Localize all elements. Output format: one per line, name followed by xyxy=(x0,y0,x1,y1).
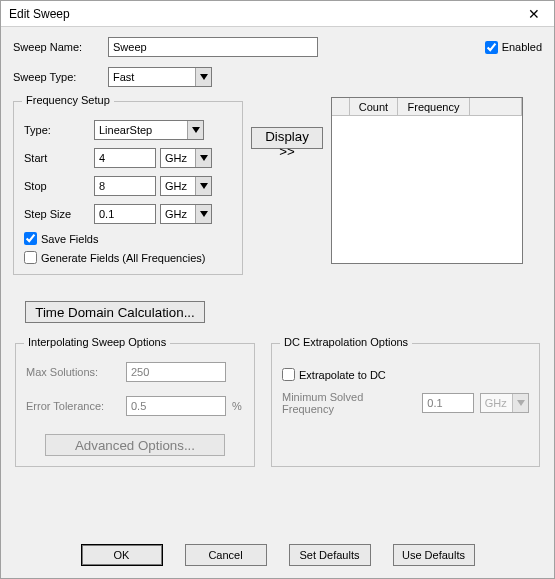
enabled-checkbox-wrap[interactable]: Enabled xyxy=(485,41,542,54)
use-defaults-button[interactable]: Use Defaults xyxy=(393,544,475,566)
freq-type-label: Type: xyxy=(24,124,94,136)
freq-type-value: LinearStep xyxy=(95,124,187,136)
min-solved-freq-field: 0.1 xyxy=(422,393,473,413)
max-solutions-label: Max Solutions: xyxy=(26,366,126,378)
ok-button[interactable]: OK xyxy=(81,544,163,566)
sweep-type-label: Sweep Type: xyxy=(13,71,108,83)
sweep-name-label: Sweep Name: xyxy=(13,41,108,53)
chevron-down-icon xyxy=(195,68,211,86)
max-solutions-field: 250 xyxy=(126,362,226,382)
error-tolerance-field: 0.5 xyxy=(126,396,226,416)
freq-start-label: Start xyxy=(24,152,94,164)
frequency-setup-group: Frequency Setup Type: LinearStep Start G… xyxy=(13,101,243,275)
edit-sweep-dialog: Edit Sweep ✕ Sweep Name: Enabled Sweep T… xyxy=(0,0,555,579)
table-header-rest xyxy=(470,98,522,115)
save-fields-checkbox[interactable] xyxy=(24,232,37,245)
error-tolerance-unit: % xyxy=(232,400,242,412)
sweep-type-dropdown[interactable]: Fast xyxy=(108,67,212,87)
table-header-blank xyxy=(332,98,350,115)
titlebar: Edit Sweep ✕ xyxy=(1,1,554,27)
chevron-down-icon xyxy=(195,149,211,167)
error-tolerance-label: Error Tolerance: xyxy=(26,400,126,412)
freq-start-unit-dropdown[interactable]: GHz xyxy=(160,148,212,168)
frequency-setup-title: Frequency Setup xyxy=(22,94,114,106)
freq-stop-label: Stop xyxy=(24,180,94,192)
freq-step-input[interactable] xyxy=(94,204,156,224)
extrapolate-dc-label: Extrapolate to DC xyxy=(299,369,386,381)
save-fields-label: Save Fields xyxy=(41,233,98,245)
interp-sweep-title: Interpolating Sweep Options xyxy=(24,336,170,348)
save-fields-checkbox-wrap[interactable]: Save Fields xyxy=(24,232,232,245)
dialog-footer: OK Cancel Set Defaults Use Defaults xyxy=(1,544,554,566)
enabled-label: Enabled xyxy=(502,41,542,53)
table-header-frequency: Frequency xyxy=(398,98,470,115)
generate-fields-checkbox[interactable] xyxy=(24,251,37,264)
frequency-table-header: Count Frequency xyxy=(332,98,522,116)
frequency-table: Count Frequency xyxy=(331,97,523,264)
set-defaults-button[interactable]: Set Defaults xyxy=(289,544,371,566)
chevron-down-icon xyxy=(195,205,211,223)
min-solved-freq-unit-dropdown: GHz xyxy=(480,393,529,413)
freq-stop-input[interactable] xyxy=(94,176,156,196)
extrapolate-dc-checkbox-wrap[interactable]: Extrapolate to DC xyxy=(282,368,529,381)
sweep-type-value: Fast xyxy=(109,71,195,83)
generate-fields-label: Generate Fields (All Frequencies) xyxy=(41,252,205,264)
chevron-down-icon xyxy=(187,121,203,139)
freq-stop-unit: GHz xyxy=(161,180,195,192)
chevron-down-icon xyxy=(195,177,211,195)
advanced-options-button: Advanced Options... xyxy=(45,434,225,456)
freq-start-unit: GHz xyxy=(161,152,195,164)
freq-start-input[interactable] xyxy=(94,148,156,168)
chevron-down-icon xyxy=(512,394,528,412)
min-solved-freq-label: Minimum Solved Frequency xyxy=(282,391,416,415)
freq-type-dropdown[interactable]: LinearStep xyxy=(94,120,204,140)
min-solved-freq-unit: GHz xyxy=(481,397,512,409)
freq-stop-unit-dropdown[interactable]: GHz xyxy=(160,176,212,196)
window-title: Edit Sweep xyxy=(9,7,70,21)
display-button[interactable]: Display >> xyxy=(251,127,323,149)
table-header-count: Count xyxy=(350,98,398,115)
time-domain-calc-button[interactable]: Time Domain Calculation... xyxy=(25,301,205,323)
freq-step-unit-dropdown[interactable]: GHz xyxy=(160,204,212,224)
close-icon[interactable]: ✕ xyxy=(522,6,546,22)
cancel-button[interactable]: Cancel xyxy=(185,544,267,566)
freq-step-unit: GHz xyxy=(161,208,195,220)
interp-sweep-group: Interpolating Sweep Options Max Solution… xyxy=(15,343,255,467)
enabled-checkbox[interactable] xyxy=(485,41,498,54)
dc-extrapolation-group: DC Extrapolation Options Extrapolate to … xyxy=(271,343,540,467)
extrapolate-dc-checkbox[interactable] xyxy=(282,368,295,381)
dc-extrapolation-title: DC Extrapolation Options xyxy=(280,336,412,348)
freq-step-label: Step Size xyxy=(24,208,94,220)
generate-fields-checkbox-wrap[interactable]: Generate Fields (All Frequencies) xyxy=(24,251,232,264)
sweep-name-input[interactable] xyxy=(108,37,318,57)
